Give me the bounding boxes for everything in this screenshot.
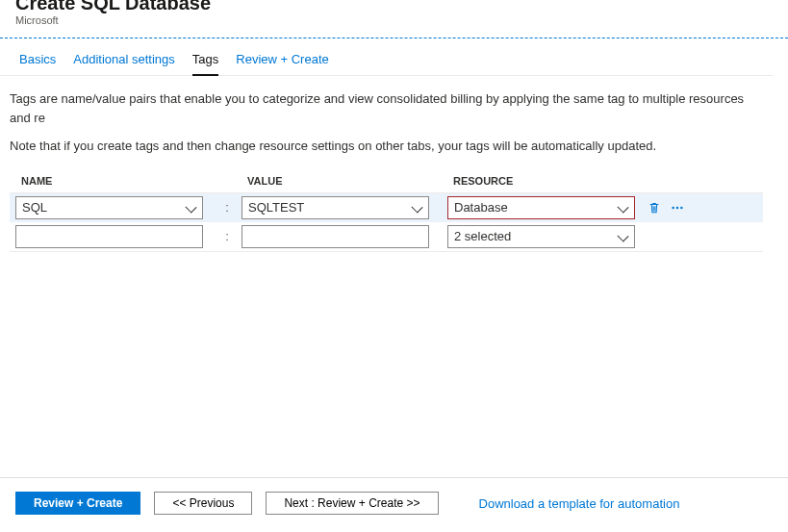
previous-button[interactable]: << Previous [154,492,252,515]
svg-point-2 [680,206,682,208]
tag-resource-value: 2 selected [454,229,511,243]
next-button[interactable]: Next : Review + Create >> [266,492,438,515]
tag-value-value: SQLTEST [248,200,304,215]
download-template-link[interactable]: Download a template for automation [479,496,680,511]
page-title: Create SQL Database [15,0,773,14]
tab-basics[interactable]: Basics [19,52,56,75]
review-create-button[interactable]: Review + Create [15,492,140,515]
svg-point-0 [672,206,674,208]
tags-description-2: Note that if you create tags and then ch… [10,137,763,156]
tab-review-create[interactable]: Review + Create [236,52,328,75]
tags-description-1: Tags are name/value pairs that enable yo… [10,89,763,127]
page-subtitle: Microsoft [15,14,773,26]
footer: Review + Create << Previous Next : Revie… [0,477,788,515]
table-row: SQL : SQLTEST Database [10,193,763,222]
tag-value-input[interactable]: SQLTEST [241,196,429,219]
more-icon[interactable] [669,199,686,216]
table-header: NAME VALUE RESOURCE [10,169,763,192]
table-row: : 2 selected [10,222,763,251]
tag-name-input[interactable]: SQL [15,196,203,219]
trash-icon[interactable] [646,199,663,216]
tag-name-value: SQL [22,200,47,215]
tag-resource-value: Database [454,200,508,215]
col-header-value: VALUE [247,175,440,187]
tab-additional-settings[interactable]: Additional settings [73,52,175,75]
tag-resource-select[interactable]: 2 selected [447,225,635,248]
svg-point-1 [676,206,678,208]
tab-bar: Basics Additional settings Tags Review +… [0,38,773,76]
col-header-resource: RESOURCE [453,175,646,187]
tag-resource-select[interactable]: Database [447,196,635,219]
separator: : [213,200,241,215]
col-header-name: NAME [21,175,218,187]
tag-value-input[interactable] [241,225,429,248]
separator: : [213,229,241,243]
tab-tags[interactable]: Tags [192,52,218,76]
tag-name-input[interactable] [15,225,203,248]
